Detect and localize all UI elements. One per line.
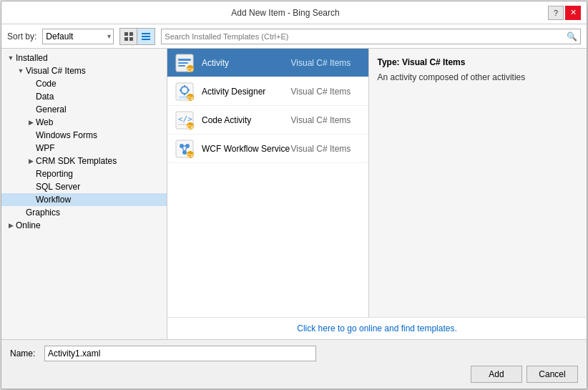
title-bar-buttons: ? ✕ bbox=[548, 6, 581, 20]
sidebar-item-graphics[interactable]: Graphics bbox=[1, 206, 167, 219]
svg-rect-6 bbox=[142, 39, 150, 40]
sidebar-web-label: Web bbox=[36, 117, 53, 127]
wcf-workflow-icon: C# bbox=[173, 137, 196, 160]
grid-view-button[interactable] bbox=[120, 29, 137, 44]
spacer-sql bbox=[26, 182, 36, 192]
sort-select-wrapper: Default Name Type bbox=[42, 29, 114, 44]
spacer-code bbox=[26, 79, 36, 89]
grid-icon bbox=[124, 31, 134, 42]
title-bar: Add New Item - Bing Search ? ✕ bbox=[1, 1, 587, 24]
spacer-reporting bbox=[26, 169, 36, 179]
activity-name: Activity bbox=[202, 58, 291, 68]
sidebar-item-windows-forms[interactable]: Windows Forms bbox=[1, 129, 167, 142]
sort-label: Sort by: bbox=[7, 31, 36, 42]
online-link[interactable]: Click here to go online and find templat… bbox=[297, 323, 456, 333]
sidebar-item-web[interactable]: ▶ Web bbox=[1, 116, 167, 129]
sidebar-item-reporting[interactable]: Reporting bbox=[1, 167, 167, 180]
activity-category: Visual C# Items bbox=[291, 58, 363, 68]
item-row-wcf-workflow[interactable]: C# WCF Workflow Service Visual C# Items bbox=[167, 135, 368, 163]
expand-crm-icon: ▶ bbox=[26, 156, 36, 166]
sidebar-item-wpf[interactable]: WPF bbox=[1, 142, 167, 155]
item-row-code-activity[interactable]: </> C# Code Activity Visual C# Items bbox=[167, 106, 368, 135]
right-panel: C# Activity Visual C# Items bbox=[167, 49, 587, 339]
bottom-bar: Name: Add Cancel bbox=[1, 339, 587, 389]
sidebar-code-label: Code bbox=[36, 79, 57, 89]
sidebar-item-crm-sdk[interactable]: ▶ CRM SDK Templates bbox=[1, 155, 167, 167]
dialog-title: Add New Item - Bing Search bbox=[23, 8, 548, 18]
main-content: ▼ Installed ▼ Visual C# Items Code Data bbox=[1, 49, 587, 339]
code-activity-icon: </> C# bbox=[173, 109, 196, 132]
svg-text:C#: C# bbox=[187, 153, 194, 158]
sidebar-data-label: Data bbox=[36, 92, 54, 102]
sidebar-item-data[interactable]: Data bbox=[1, 90, 167, 103]
details-type: Type: Visual C# Items bbox=[378, 57, 579, 67]
spacer-graphics bbox=[16, 208, 26, 218]
sidebar-installed-label: Installed bbox=[16, 53, 48, 63]
spacer-wpf bbox=[26, 143, 36, 153]
add-new-item-dialog: Add New Item - Bing Search ? ✕ Sort by: … bbox=[1, 1, 587, 389]
expand-vcsharp-icon: ▼ bbox=[16, 66, 26, 76]
type-value: Visual C# Items bbox=[402, 57, 466, 67]
sidebar-winforms-label: Windows Forms bbox=[36, 130, 97, 140]
item-row-activity-designer[interactable]: C# Activity Designer Visual C# Items bbox=[167, 77, 368, 106]
sidebar-graphics-label: Graphics bbox=[26, 208, 60, 218]
sidebar-item-sql-server[interactable]: SQL Server bbox=[1, 180, 167, 193]
item-row-activity[interactable]: C# Activity Visual C# Items bbox=[167, 49, 368, 77]
sidebar-reporting-label: Reporting bbox=[36, 169, 73, 179]
designer-name: Activity Designer bbox=[202, 87, 291, 97]
activity-designer-icon: C# bbox=[173, 80, 196, 103]
name-input[interactable] bbox=[44, 346, 316, 361]
spacer-general bbox=[26, 104, 36, 114]
sidebar-wpf-label: WPF bbox=[36, 143, 55, 153]
view-toggle bbox=[119, 28, 155, 45]
search-input[interactable] bbox=[165, 32, 567, 41]
sidebar-item-online[interactable]: ▶ Online bbox=[1, 219, 167, 232]
sidebar-item-installed[interactable]: ▼ Installed bbox=[1, 52, 167, 64]
spacer-wf bbox=[26, 130, 36, 140]
code-activity-category: Visual C# Items bbox=[291, 115, 363, 125]
search-box: 🔍 bbox=[161, 29, 581, 44]
expand-installed-icon: ▼ bbox=[6, 53, 16, 63]
content-area: C# Activity Visual C# Items bbox=[167, 49, 587, 317]
svg-rect-1 bbox=[129, 32, 133, 36]
sidebar-online-label: Online bbox=[16, 220, 41, 230]
sidebar-item-visual-csharp[interactable]: ▼ Visual C# Items bbox=[1, 64, 167, 77]
list-view-button[interactable] bbox=[137, 29, 155, 44]
toolbar: Sort by: Default Name Type bbox=[1, 24, 587, 49]
sidebar-crm-label: CRM SDK Templates bbox=[36, 156, 117, 166]
sort-select[interactable]: Default Name Type bbox=[42, 29, 114, 44]
spacer-workflow bbox=[26, 195, 36, 205]
sidebar-sql-label: SQL Server bbox=[36, 182, 80, 192]
spacer-data bbox=[26, 92, 36, 102]
wcf-category: Visual C# Items bbox=[291, 144, 363, 154]
search-icon[interactable]: 🔍 bbox=[567, 31, 577, 42]
sidebar-general-label: General bbox=[36, 104, 67, 114]
help-button[interactable]: ? bbox=[548, 6, 564, 20]
details-panel: Type: Visual C# Items An activity compos… bbox=[369, 49, 587, 317]
add-button[interactable]: Add bbox=[471, 366, 522, 383]
svg-rect-0 bbox=[124, 32, 128, 36]
expand-online-icon: ▶ bbox=[6, 220, 16, 230]
item-list: C# Activity Visual C# Items bbox=[167, 49, 369, 317]
expand-web-icon: ▶ bbox=[26, 117, 36, 127]
svg-rect-4 bbox=[142, 33, 150, 34]
svg-rect-8 bbox=[178, 59, 191, 61]
cancel-button[interactable]: Cancel bbox=[526, 366, 578, 383]
sidebar-item-general[interactable]: General bbox=[1, 103, 167, 116]
code-activity-name: Code Activity bbox=[202, 115, 291, 125]
button-row: Add Cancel bbox=[10, 366, 578, 383]
svg-text:C#: C# bbox=[187, 125, 194, 130]
list-icon bbox=[141, 31, 151, 42]
activity-icon: C# bbox=[173, 52, 196, 74]
sidebar-item-code[interactable]: Code bbox=[1, 77, 167, 90]
online-link-area: Click here to go online and find templat… bbox=[167, 317, 587, 339]
svg-rect-2 bbox=[124, 37, 128, 41]
sidebar-item-workflow[interactable]: Workflow bbox=[1, 193, 167, 206]
svg-rect-3 bbox=[129, 37, 133, 41]
details-description: An activity composed of other activities bbox=[378, 72, 579, 84]
sidebar-vcsharp-label: Visual C# Items bbox=[26, 66, 86, 76]
type-label: Type: bbox=[378, 57, 400, 67]
wcf-name: WCF Workflow Service bbox=[202, 144, 291, 154]
close-button[interactable]: ✕ bbox=[565, 6, 581, 20]
sidebar: ▼ Installed ▼ Visual C# Items Code Data bbox=[1, 49, 167, 339]
